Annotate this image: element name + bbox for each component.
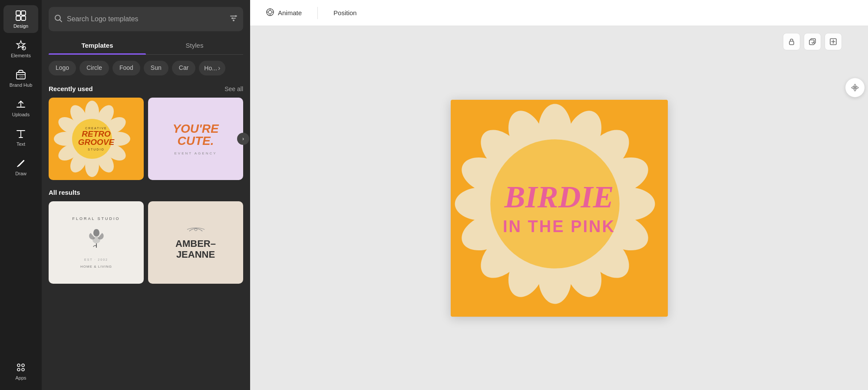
all-results-title: All results [49, 189, 80, 196]
svg-point-14 [233, 20, 234, 21]
svg-point-31 [268, 10, 272, 14]
sidebar-item-elements[interactable]: Elements [3, 35, 38, 62]
birdie-line2: IN THE PINK [503, 218, 615, 236]
elements-icon [15, 39, 27, 51]
position-button[interactable]: Position [327, 6, 363, 20]
recently-used-header: Recently used See all [49, 85, 243, 92]
svg-point-10 [22, 368, 24, 371]
search-input[interactable] [67, 15, 225, 23]
svg-rect-0 [16, 11, 20, 15]
chip-sun[interactable]: Sun [144, 61, 168, 75]
add-page-button[interactable] [825, 33, 842, 50]
ai-float-button[interactable] [845, 78, 865, 97]
templates-panel: Templates Styles Logo Circle Food Sun Ca… [42, 0, 250, 390]
tab-styles[interactable]: Styles [146, 36, 243, 54]
icon-sidebar: Design Elements CO Brand Hub [0, 0, 42, 390]
recently-used-title: Recently used [49, 85, 93, 92]
svg-point-9 [17, 368, 20, 371]
search-icon [54, 14, 63, 25]
design-canvas: BIRDIE IN THE PINK [451, 100, 668, 317]
birdie-text: BIRDIE IN THE PINK [503, 180, 615, 236]
canvas-area: Animate Position [250, 0, 868, 390]
sidebar-item-draw[interactable]: Draw [3, 153, 38, 180]
chip-more[interactable]: Ho... › [199, 61, 225, 75]
apps-icon [15, 361, 27, 374]
uploads-icon [15, 98, 27, 110]
sidebar-item-uploads-label: Uploads [12, 112, 30, 117]
svg-rect-32 [789, 41, 794, 45]
sidebar-item-brand-hub-label: Brand Hub [10, 82, 33, 88]
sidebar-item-design[interactable]: Design [3, 5, 38, 33]
svg-rect-1 [21, 11, 26, 15]
sidebar-item-apps[interactable]: Apps [3, 357, 38, 385]
chip-food[interactable]: Food [112, 61, 140, 75]
svg-text:CO: CO [20, 75, 23, 78]
copy-to-button[interactable] [804, 33, 821, 50]
svg-point-8 [22, 364, 24, 367]
panel-content: Recently used See all [42, 82, 250, 390]
chip-car[interactable]: Car [172, 61, 196, 75]
panel-tabs: Templates Styles [49, 36, 243, 55]
animate-button[interactable]: Animate [259, 4, 309, 21]
birdie-line1: BIRDIE [503, 180, 615, 214]
svg-rect-2 [16, 16, 20, 20]
svg-point-35 [854, 87, 856, 88]
canvas-top-icons [783, 33, 842, 50]
sidebar-item-elements-label: Elements [11, 53, 31, 58]
svg-point-13 [231, 17, 233, 19]
design-icon [15, 10, 27, 22]
sidebar-item-text[interactable]: Text [3, 123, 38, 151]
brand-hub-icon: CO [15, 69, 27, 81]
sidebar-item-brand-hub[interactable]: CO Brand Hub [3, 64, 38, 92]
recent-grid: CREATIVE RETRO GROOVE STUDIO YOU'RE CUTE… [49, 98, 243, 180]
chip-circle[interactable]: Circle [79, 61, 109, 75]
animate-icon [266, 8, 274, 18]
sidebar-item-uploads[interactable]: Uploads [3, 94, 38, 121]
filter-icon[interactable] [229, 14, 238, 25]
lock-button[interactable] [783, 33, 800, 50]
text-icon [15, 128, 27, 140]
template-retro-groove[interactable]: CREATIVE RETRO GROOVE STUDIO [49, 98, 144, 180]
sidebar-item-apps-label: Apps [15, 375, 26, 380]
search-bar [49, 7, 243, 31]
template-amber-jeanne[interactable]: AMBER–JEANNE [148, 201, 243, 284]
canvas-viewport: BIRDIE IN THE PINK [250, 26, 868, 390]
all-results-header: All results [49, 189, 243, 196]
category-chips: Logo Circle Food Sun Car Ho... › [42, 55, 250, 82]
svg-point-7 [17, 364, 20, 367]
template-floral-studio[interactable]: FLORAL STUDIO EST · 2002 HOME & LIVING [49, 201, 144, 284]
svg-rect-3 [21, 16, 26, 20]
toolbar-divider [317, 7, 318, 19]
carousel-next-button[interactable]: › [237, 133, 249, 145]
chip-logo[interactable]: Logo [49, 61, 76, 75]
sidebar-item-text-label: Text [17, 141, 25, 147]
see-all-button[interactable]: See all [224, 85, 243, 92]
sidebar-item-draw-label: Draw [15, 171, 26, 176]
sidebar-item-design-label: Design [13, 23, 28, 29]
top-toolbar: Animate Position [250, 0, 868, 26]
template-youre-cute[interactable]: YOU'RE CUTE. EVENT AGENCY [148, 98, 243, 180]
draw-icon [15, 157, 27, 169]
all-results-grid: FLORAL STUDIO EST · 2002 HOME & LIVING [49, 201, 243, 284]
tab-templates[interactable]: Templates [49, 36, 146, 54]
svg-point-12 [235, 15, 237, 17]
